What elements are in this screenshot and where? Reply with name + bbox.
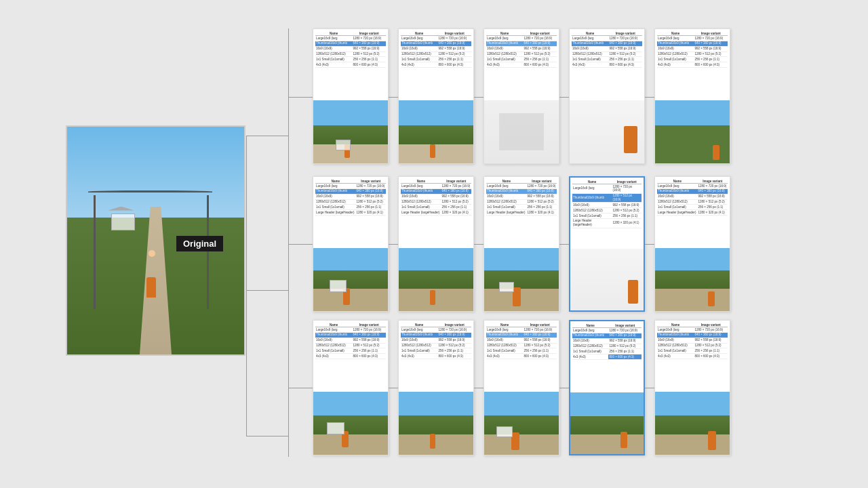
conn-d5: [645, 97, 654, 98]
conn-row2: [288, 176, 289, 313]
card-imageai-3: NameImage variant Large16x9 (larg1280 × …: [484, 320, 559, 455]
conn-m2: [389, 244, 398, 245]
conn-d4: [559, 97, 569, 98]
card-default-1: NameImage variant Large16x9 (larg1280 × …: [313, 28, 389, 164]
card-manually-2: NameImage variant Large16x9 (larg1280 × …: [398, 176, 474, 312]
conn-ai4: [559, 388, 569, 388]
conn-m5: [645, 244, 654, 245]
conn-d2: [389, 97, 398, 98]
connector-default: [246, 136, 288, 136]
card-imageai-2: NameImage variant Large16x9 (larg1280 × …: [398, 320, 474, 455]
conn-d3: [474, 97, 484, 98]
original-label: Original: [176, 236, 223, 251]
card-imageai-1: NameImage variant Large16x9 (larg1280 × …: [313, 320, 389, 455]
conn-row3: [288, 320, 289, 457]
card-manually-5: NameImage variant Large16x9 (larg1280 × …: [654, 176, 730, 312]
connector-imageai: [246, 436, 288, 436]
left-connector: [246, 136, 247, 436]
card-default-4: NameImage variant Large16x9 (larg1280 × …: [569, 28, 645, 164]
conn-ai1: [288, 388, 313, 388]
conn-m3: [474, 244, 484, 245]
connector-manually: [246, 290, 288, 291]
card-default-3: NameImage variant Large16x9 (larg1280 × …: [484, 28, 559, 164]
card-imageai-4: NameImage variant Large16x9 (larg1280 × …: [569, 320, 645, 455]
card-default-2: NameImage variant Large16x9 (larg1280 × …: [398, 28, 474, 164]
conn-m4: [559, 244, 569, 245]
conn-d1: [288, 97, 313, 98]
conn-ai2: [389, 388, 398, 388]
card-default-5: NameImage variant Large16x9 (larg1280 × …: [654, 28, 730, 164]
card-manually-3: NameImage variant Large16x9 (larg1280 × …: [484, 176, 559, 312]
conn-ai5: [645, 388, 654, 388]
card-manually-4: NameImage variant Large16x9 (larg1280 × …: [569, 176, 645, 312]
conn-ai3: [474, 388, 484, 388]
card-manually-1: NameImage variant Large16x9 (larg1280 × …: [313, 176, 389, 312]
conn-row1: [288, 28, 289, 165]
card-imageai-5: NameImage variant Large16x9 (larg1280 × …: [654, 320, 730, 455]
conn-m1: [288, 244, 313, 245]
